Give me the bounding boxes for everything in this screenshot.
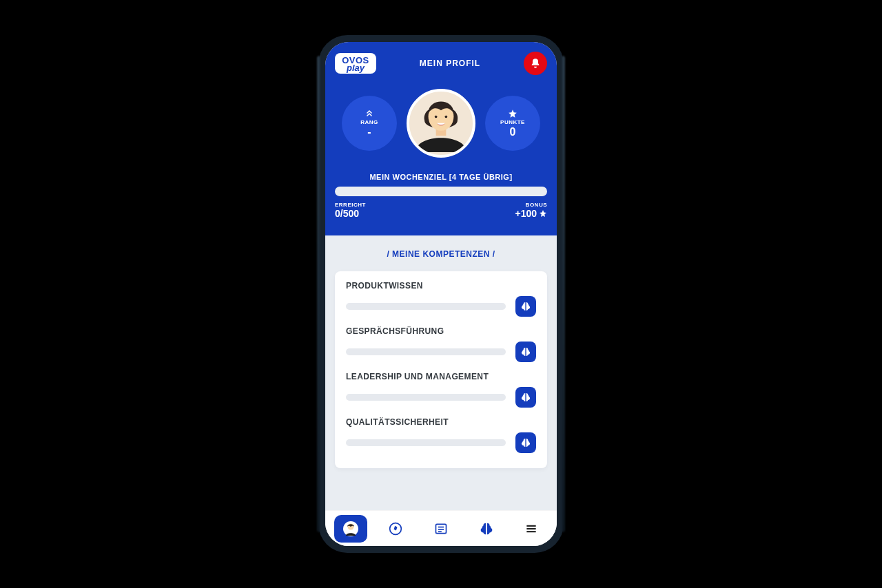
profile-body: / MEINE KOMPETENZEN / PRODUKTWISSEN GESP… xyxy=(325,235,557,510)
competency-action-button[interactable] xyxy=(515,432,536,453)
competency-action-button[interactable] xyxy=(515,387,536,408)
points-badge[interactable]: PUNKTE 0 xyxy=(485,96,540,151)
rank-badge[interactable]: RANG - xyxy=(342,96,397,151)
goal-progress-bar xyxy=(335,187,547,196)
points-label: PUNKTE xyxy=(500,119,525,125)
app-logo[interactable]: OVOS play xyxy=(335,53,376,74)
goal-footer: ERREICHT 0/500 BONUS +100 xyxy=(335,202,547,219)
goal-bonus-number: +100 xyxy=(515,208,537,219)
goal-title: MEIN WOCHENZIEL [4 TAGE ÜBRIG] xyxy=(335,173,547,181)
goal-reached: ERREICHT 0/500 xyxy=(335,202,366,219)
competency-action-button[interactable] xyxy=(515,296,536,317)
menu-icon xyxy=(524,522,538,536)
rank-label: RANG xyxy=(360,119,378,125)
avatar[interactable] xyxy=(407,89,475,158)
competency-progress xyxy=(346,303,506,310)
competency-progress xyxy=(346,439,506,446)
phone-frame: OVOS play MEIN PROFIL RANG - xyxy=(318,35,564,553)
bell-icon xyxy=(530,58,541,69)
phone-side xyxy=(562,56,565,532)
competencies-title: / MEINE KOMPETENZEN / xyxy=(335,249,547,259)
star-icon xyxy=(508,109,517,118)
svg-point-2 xyxy=(435,116,438,118)
nav-profile[interactable] xyxy=(334,515,367,543)
competencies-card: PRODUKTWISSEN GESPRÄCHSFÜHRUNG xyxy=(335,271,547,468)
avatar-icon xyxy=(342,521,359,537)
brain-icon xyxy=(520,392,531,403)
app-screen: OVOS play MEIN PROFIL RANG - xyxy=(325,42,557,546)
competency-item: PRODUKTWISSEN xyxy=(346,281,536,317)
goal-reached-value: 0/500 xyxy=(335,208,366,219)
brain-icon xyxy=(520,346,531,357)
star-icon xyxy=(539,209,547,218)
nav-menu[interactable] xyxy=(515,515,548,543)
compass-icon xyxy=(389,522,402,536)
header-top: OVOS play MEIN PROFIL xyxy=(335,52,547,75)
points-value: 0 xyxy=(510,126,516,138)
phone-side xyxy=(317,56,320,532)
competency-item: GESPRÄCHSFÜHRUNG xyxy=(346,326,536,362)
profile-stats-row: RANG - xyxy=(335,89,547,158)
page-title: MEIN PROFIL xyxy=(420,59,480,68)
nav-explore[interactable] xyxy=(379,515,412,543)
profile-header: OVOS play MEIN PROFIL RANG - xyxy=(325,42,557,235)
rank-value: - xyxy=(367,126,371,138)
competency-item: LEADERSHIP UND MANAGEMENT xyxy=(346,372,536,408)
chevron-up-double-icon xyxy=(365,109,374,118)
goal-bonus-label: BONUS xyxy=(515,202,547,208)
brain-icon xyxy=(479,521,494,536)
brain-icon xyxy=(520,437,531,448)
competency-title: GESPRÄCHSFÜHRUNG xyxy=(346,326,536,336)
news-icon xyxy=(434,522,448,536)
competency-title: LEADERSHIP UND MANAGEMENT xyxy=(346,372,536,381)
svg-point-3 xyxy=(445,116,448,118)
competency-title: PRODUKTWISSEN xyxy=(346,281,536,291)
goal-bonus-value: +100 xyxy=(515,208,547,219)
nav-learn[interactable] xyxy=(470,515,503,543)
goal-reached-label: ERREICHT xyxy=(335,202,366,208)
weekly-goal: MEIN WOCHENZIEL [4 TAGE ÜBRIG] ERREICHT … xyxy=(335,173,547,219)
competency-progress xyxy=(346,348,506,355)
competency-item: QUALITÄTSSICHERHEIT xyxy=(346,417,536,453)
bottom-nav xyxy=(325,510,557,546)
nav-news[interactable] xyxy=(424,515,458,543)
avatar-image xyxy=(409,89,473,155)
competency-title: QUALITÄTSSICHERHEIT xyxy=(346,417,536,427)
competency-action-button[interactable] xyxy=(515,342,536,362)
competency-progress xyxy=(346,394,506,401)
brain-icon xyxy=(520,301,531,312)
notifications-button[interactable] xyxy=(524,52,547,75)
goal-bonus: BONUS +100 xyxy=(515,202,547,219)
